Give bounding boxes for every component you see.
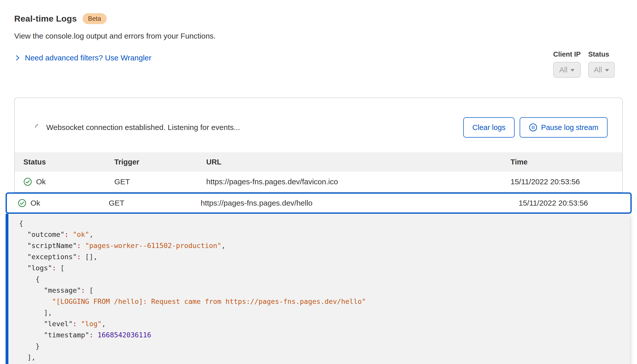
status-cell: Ok bbox=[18, 199, 109, 207]
column-header-time: Time bbox=[511, 158, 622, 166]
clear-logs-label: Clear logs bbox=[472, 123, 506, 132]
chevron-right-icon bbox=[14, 55, 21, 61]
clear-logs-button[interactable]: Clear logs bbox=[463, 117, 515, 138]
stream-status-message: Websocket connection established. Listen… bbox=[46, 123, 240, 132]
trigger-cell: GET bbox=[114, 177, 206, 186]
stream-actions: Clear logs Pause log stream bbox=[463, 117, 608, 138]
time-cell: 15/11/2022 20:53:56 bbox=[511, 177, 622, 186]
client-ip-filter-value: All bbox=[559, 66, 567, 74]
pause-log-stream-button[interactable]: Pause log stream bbox=[520, 117, 608, 138]
loading-spinner-icon bbox=[34, 123, 43, 132]
check-circle-icon bbox=[18, 199, 26, 207]
trigger-cell: GET bbox=[109, 199, 201, 207]
page-subtitle: View the console.log output and errors f… bbox=[14, 32, 623, 40]
status-filter-dropdown[interactable]: All bbox=[588, 62, 615, 78]
filters-row: Need advanced filters? Use Wrangler Clie… bbox=[14, 51, 623, 78]
status-cell: Ok bbox=[23, 177, 114, 186]
log-detail-panel: { "outcome": "ok", "scriptName": "pages-… bbox=[6, 214, 630, 364]
pause-log-stream-label: Pause log stream bbox=[541, 123, 598, 132]
column-header-url: URL bbox=[206, 158, 511, 166]
page-header: Real-time Logs Beta bbox=[14, 13, 623, 24]
expanded-log-entry: Ok GET https://pages-fns.pages.dev/hello… bbox=[6, 192, 632, 364]
chevron-down-icon bbox=[570, 69, 575, 72]
logs-panel: Websocket connection established. Listen… bbox=[14, 97, 623, 192]
url-cell: https://pages-fns.pages.dev/favicon.ico bbox=[206, 177, 511, 186]
url-cell: https://pages-fns.pages.dev/hello bbox=[201, 199, 519, 207]
status-filter-label: Status bbox=[588, 51, 615, 58]
table-row[interactable]: Ok GET https://pages-fns.pages.dev/favic… bbox=[15, 172, 622, 192]
status-filter-group: Status All bbox=[588, 51, 615, 78]
beta-badge: Beta bbox=[83, 13, 107, 24]
pause-icon bbox=[529, 123, 537, 132]
time-cell: 15/11/2022 20:53:56 bbox=[519, 199, 630, 207]
status-filter-value: All bbox=[594, 66, 602, 74]
client-ip-filter-group: Client IP All bbox=[553, 51, 581, 78]
client-ip-filter-dropdown[interactable]: All bbox=[553, 62, 581, 78]
wrangler-link-label: Need advanced filters? Use Wrangler bbox=[25, 54, 151, 62]
chevron-down-icon bbox=[605, 69, 609, 72]
check-circle-icon bbox=[23, 177, 32, 186]
filters-group: Client IP All Status All bbox=[553, 51, 615, 78]
client-ip-filter-label: Client IP bbox=[553, 51, 581, 58]
table-header: Status Trigger URL Time bbox=[15, 152, 622, 172]
column-header-trigger: Trigger bbox=[114, 158, 206, 166]
status-value: Ok bbox=[36, 177, 46, 186]
page-title: Real-time Logs bbox=[14, 14, 77, 24]
log-detail-json: { "outcome": "ok", "scriptName": "pages-… bbox=[19, 218, 622, 363]
wrangler-link[interactable]: Need advanced filters? Use Wrangler bbox=[14, 54, 151, 62]
realtime-logs-page: Real-time Logs Beta View the console.log… bbox=[0, 0, 637, 364]
stream-status-bar: Websocket connection established. Listen… bbox=[15, 98, 622, 152]
status-value: Ok bbox=[30, 199, 40, 207]
table-row-selected[interactable]: Ok GET https://pages-fns.pages.dev/hello… bbox=[6, 192, 632, 214]
column-header-status: Status bbox=[23, 158, 114, 166]
